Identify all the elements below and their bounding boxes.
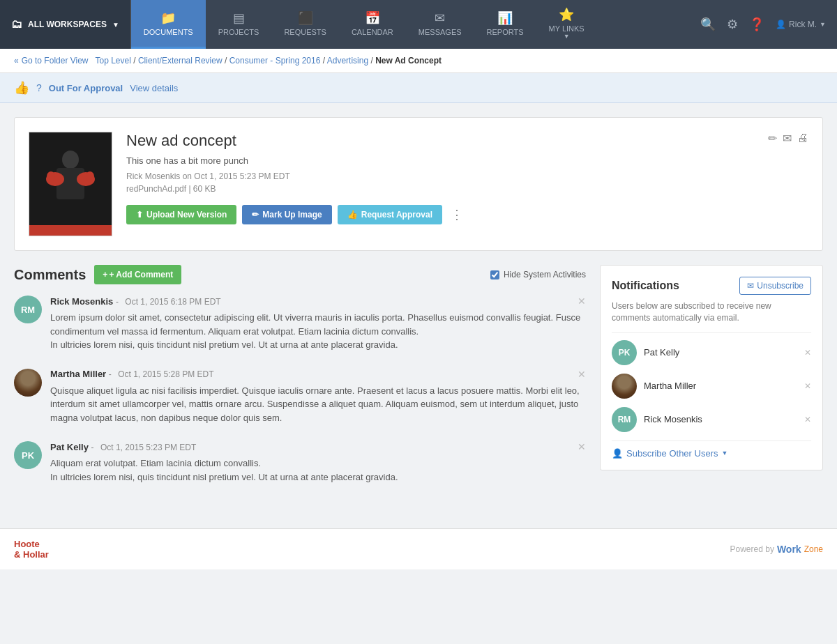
comment-close-mm[interactable]: ✕ xyxy=(578,369,586,380)
comment-item: RM Rick Mosenkis - Oct 1, 2015 6:18 PM E… xyxy=(14,296,586,352)
footer: Hoote & Hollar Powered by WorkZone xyxy=(0,528,837,569)
nav-label-messages: MESSAGES xyxy=(418,28,462,36)
nav-label-requests: REQUESTS xyxy=(284,28,326,36)
user-menu[interactable]: 👤 Rick M. ▼ xyxy=(776,20,826,29)
mylinks-arrow: ▼ xyxy=(564,33,570,40)
comment-author-rm: Rick Mosenkis xyxy=(50,296,113,307)
footer-brand: Powered by WorkZone xyxy=(730,544,823,555)
email-icon[interactable]: ✉ xyxy=(783,132,792,145)
notifications-header: Notifications ✉ Unsubscribe xyxy=(612,277,811,295)
notif-avatar-rm: RM xyxy=(612,407,637,432)
status-label: Out For Approval xyxy=(49,83,123,93)
notifications-title: Notifications xyxy=(612,279,679,292)
breadcrumb-top-level[interactable]: Top Level xyxy=(96,56,131,66)
notif-remove-mm[interactable]: ✕ xyxy=(804,381,811,391)
subscribe-other-users-link[interactable]: 👤 Subscribe Other Users ▼ xyxy=(612,448,811,459)
edit-icon[interactable]: ✏ xyxy=(768,132,777,145)
notif-avatar-mm xyxy=(612,374,637,399)
comment-text-pk: Aliquam erat volutpat. Etiam lacinia dic… xyxy=(50,457,586,484)
breadcrumb-client-review[interactable]: Client/External Review xyxy=(138,56,223,66)
comments-section: Comments + + Add Comment Hide System Act… xyxy=(14,265,823,500)
nav-label-projects: PROJECTS xyxy=(218,28,259,36)
requests-icon: ⬛ xyxy=(298,10,313,26)
mylinks-icon: ⭐ xyxy=(559,7,574,22)
hide-system-label[interactable]: Hide System Activities xyxy=(490,270,586,279)
top-nav: 🗂 ALL WORKSPACES ▼ 📁 DOCUMENTS ▤ PROJECT… xyxy=(0,0,837,49)
notifications-divider-2 xyxy=(612,440,811,441)
settings-icon[interactable]: ⚙ xyxy=(727,17,738,32)
email-unsubscribe-icon: ✉ xyxy=(747,281,754,291)
documents-icon: 📁 xyxy=(160,10,176,26)
document-buttons: ⬆ Upload New Version ✏ Mark Up Image 👍 R… xyxy=(126,205,808,224)
file-name: redPunchAd.pdf xyxy=(126,184,186,194)
breadcrumb: Top Level / Client/External Review / Con… xyxy=(96,56,442,66)
comment-close-rm[interactable]: ✕ xyxy=(578,296,586,307)
document-action-icons: ✏ ✉ 🖨 xyxy=(768,132,808,145)
status-icon-question: ? xyxy=(36,82,42,93)
nav-label-calendar: CALENDAR xyxy=(352,28,393,36)
document-meta: Rick Mosenkis on Oct 1, 2015 5:23 PM EDT xyxy=(126,171,808,181)
comment-date-mm: Oct 1, 2015 5:28 PM EDT xyxy=(118,369,213,379)
unsubscribe-button[interactable]: ✉ Unsubscribe xyxy=(739,277,811,295)
breadcrumb-advertising[interactable]: Advertising xyxy=(327,56,368,66)
comments-title: Comments xyxy=(14,267,86,283)
nav-label-mylinks: MY LINKS xyxy=(549,24,585,33)
comment-date-rm: Oct 1, 2015 6:18 PM EDT xyxy=(125,297,220,307)
breadcrumb-consumer[interactable]: Consumer - Spring 2016 xyxy=(229,56,321,66)
nav-item-calendar[interactable]: 📅 CALENDAR xyxy=(339,0,406,49)
avatar-rm: RM xyxy=(14,296,42,323)
request-approval-button[interactable]: 👍 Request Approval xyxy=(338,205,442,224)
help-icon[interactable]: ❓ xyxy=(749,17,764,32)
brand-zone: Zone xyxy=(804,544,823,554)
nav-item-mylinks[interactable]: ⭐ MY LINKS ▼ xyxy=(536,0,597,49)
notifications-divider xyxy=(612,332,811,333)
comment-text-rm: Lorem ipsum dolor sit amet, consectetur … xyxy=(50,311,586,352)
notif-user-rm: RM Rick Mosenkis ✕ xyxy=(612,407,811,432)
comment-close-pk[interactable]: ✕ xyxy=(578,441,586,452)
approval-icon: 👍 xyxy=(14,80,29,95)
breadcrumb-bar: « Go to Folder View Top Level / Client/E… xyxy=(0,49,837,73)
comment-author-pk: Pat Kelly xyxy=(50,442,89,452)
nav-item-messages[interactable]: ✉ MESSAGES xyxy=(406,0,474,49)
notif-mm-photo xyxy=(612,374,637,399)
back-label: Go to Folder View xyxy=(22,56,89,66)
comments-header: Comments + + Add Comment Hide System Act… xyxy=(14,265,586,284)
nav-item-projects[interactable]: ▤ PROJECTS xyxy=(206,0,272,49)
nav-item-requests[interactable]: ⬛ REQUESTS xyxy=(271,0,339,49)
upload-version-button[interactable]: ⬆ Upload New Version xyxy=(126,205,236,224)
comment-header-rm: Rick Mosenkis - Oct 1, 2015 6:18 PM EDT … xyxy=(50,296,586,307)
comments-main: Comments + + Add Comment Hide System Act… xyxy=(14,265,586,500)
main-content: New ad concept ✏ ✉ 🖨 This one has a bit … xyxy=(0,103,837,514)
notif-name-pk: Pat Kelly xyxy=(644,347,797,358)
nav-items: 📁 DOCUMENTS ▤ PROJECTS ⬛ REQUESTS 📅 CALE… xyxy=(131,0,689,49)
document-description: This one has a bit more punch xyxy=(126,155,808,166)
nav-right: 🔍 ⚙ ❓ 👤 Rick M. ▼ xyxy=(689,0,837,49)
comment-body-rm: Rick Mosenkis - Oct 1, 2015 6:18 PM EDT … xyxy=(50,296,586,352)
footer-logo-line1: Hoote xyxy=(14,539,49,549)
notif-remove-pk[interactable]: ✕ xyxy=(804,348,811,358)
add-comment-button[interactable]: + + Add Comment xyxy=(94,265,181,284)
status-bar: 👍 ? Out For Approval View details xyxy=(0,73,837,103)
print-icon[interactable]: 🖨 xyxy=(797,132,808,145)
hide-system-text: Hide System Activities xyxy=(504,270,586,279)
projects-icon: ▤ xyxy=(233,10,245,26)
footer-logo: Hoote & Hollar xyxy=(14,539,49,560)
nav-item-documents[interactable]: 📁 DOCUMENTS xyxy=(131,0,206,49)
notif-remove-rm[interactable]: ✕ xyxy=(804,415,811,424)
workspace-selector[interactable]: 🗂 ALL WORKSPACES ▼ xyxy=(0,0,131,49)
workspace-label: ALL WORKSPACES xyxy=(28,20,107,29)
hide-system-checkbox[interactable] xyxy=(490,270,499,279)
markup-image-button[interactable]: ✏ Mark Up Image xyxy=(242,205,331,224)
view-details-link[interactable]: View details xyxy=(130,83,178,93)
thumbnail-stripe xyxy=(29,225,112,236)
nav-item-reports[interactable]: 📊 REPORTS xyxy=(474,0,536,49)
subscribe-dropdown-arrow: ▼ xyxy=(722,450,728,457)
notif-user-pk: PK Pat Kelly ✕ xyxy=(612,340,811,365)
search-icon[interactable]: 🔍 xyxy=(700,17,716,32)
document-details: New ad concept ✏ ✉ 🖨 This one has a bit … xyxy=(126,132,808,236)
more-actions-button[interactable]: ⋮ xyxy=(448,207,466,222)
notif-avatar-pk: PK xyxy=(612,340,637,365)
user-name: Rick M. xyxy=(789,20,817,29)
back-arrow-icon: « xyxy=(14,56,19,66)
back-to-folder-link[interactable]: « Go to Folder View xyxy=(14,56,89,66)
